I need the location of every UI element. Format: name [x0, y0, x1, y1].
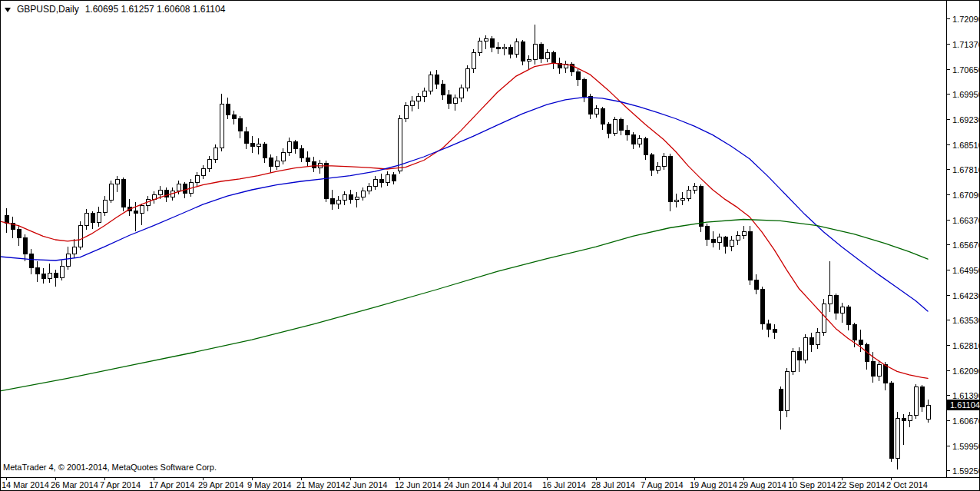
price-tick-label: 1.67810 [952, 165, 980, 174]
candle-bear [300, 149, 303, 158]
mt4-chart-window: 1.720901.713701.706501.699501.692301.685… [0, 0, 980, 491]
candle-bull [484, 38, 488, 41]
price-tick-label: 1.59250 [952, 466, 980, 476]
badge-price-label: 1.61104 [950, 400, 980, 410]
candle-bull [60, 266, 64, 277]
candle-bull [828, 295, 832, 304]
candle-bear [576, 71, 580, 80]
candle-bear [754, 280, 758, 289]
candle-bull [214, 148, 217, 160]
time-axis[interactable]: 14 Mar 201426 Mar 20147 Apr 201417 Apr 2… [0, 477, 980, 489]
candle-bull [201, 169, 205, 176]
date-tick-label: 17 Apr 2014 [149, 480, 194, 489]
price-tick-label: 1.59950 [952, 442, 980, 451]
candle-bull [594, 109, 598, 114]
candle-bull [533, 45, 537, 60]
candle-bear [521, 42, 525, 61]
candle-bull [840, 307, 844, 313]
candle-bull [656, 167, 660, 171]
date-tick-label: 26 Mar 2014 [51, 480, 98, 489]
candle-bear [250, 143, 254, 147]
price-tick-label: 1.72090 [952, 15, 980, 24]
candle-bear [496, 47, 500, 49]
candle-bear [650, 154, 654, 170]
candle-bull [459, 88, 463, 98]
date-tick-label: 29 Apr 2014 [198, 480, 243, 489]
candle-bull [281, 153, 285, 161]
date-tick-label: 2 Oct 2014 [886, 480, 928, 489]
candle-bull [177, 184, 180, 191]
candle-bear [871, 361, 875, 377]
price-tick-label: 1.66370 [952, 216, 980, 225]
candle-bull [674, 201, 678, 202]
candle-bull [367, 186, 371, 191]
date-tick-label: 4 Jul 2014 [493, 480, 532, 489]
date-tick-label: 7 Apr 2014 [100, 480, 141, 489]
candle-bear [244, 131, 248, 143]
candle-bull [877, 365, 881, 377]
candle-bull [687, 190, 690, 198]
candle-bull [478, 41, 482, 52]
candle-bear [779, 390, 783, 410]
candle-bear [306, 158, 310, 162]
candle-bear [121, 179, 125, 207]
price-tick-label: 1.60670 [952, 416, 980, 426]
candle-bear [760, 289, 764, 324]
price-tick-label: 1.68510 [952, 141, 980, 150]
date-tick-label: 9 May 2014 [247, 480, 291, 489]
candle-bear [902, 419, 906, 421]
candles[interactable] [5, 25, 930, 469]
candle-bear [859, 340, 862, 345]
candle-bull [822, 304, 826, 332]
candle-bear [293, 142, 297, 149]
candle-bear [766, 324, 770, 330]
candle-bull [545, 52, 549, 58]
candle-bear [601, 109, 604, 124]
ma-fast-line [0, 63, 928, 378]
symbol-period-label: GBPUSD,Daily [17, 4, 79, 15]
candle-bear [447, 95, 451, 103]
candle-bear [54, 274, 58, 278]
candle-bear [539, 45, 543, 58]
candle-bear [723, 237, 727, 246]
candle-bull [410, 101, 414, 105]
price-chart[interactable]: 1.720901.713701.706501.699501.692301.685… [0, 0, 980, 491]
date-tick-label: 10 Sep 2014 [788, 480, 836, 489]
candle-bull [803, 337, 807, 360]
price-tick-label: 1.63530 [952, 316, 980, 325]
candle-bear [29, 254, 33, 267]
date-tick-label: 29 Aug 2014 [739, 480, 786, 489]
candle-bull [730, 241, 733, 246]
candle-bull [908, 415, 912, 420]
candle-bull [422, 91, 426, 96]
candle-bear [705, 227, 709, 240]
candle-bull [72, 247, 76, 254]
candle-bear [490, 38, 494, 47]
candle-bear [699, 186, 703, 226]
candle-bull [742, 232, 746, 236]
candle-bull [207, 160, 211, 169]
price-tick-label: 1.61390 [952, 391, 980, 400]
candle-bull [373, 179, 377, 186]
price-tick-label: 1.69230 [952, 115, 980, 124]
candle-bear [238, 118, 242, 131]
candle-bull [472, 52, 475, 69]
last-price-badge: 1.61104 [947, 400, 980, 410]
date-tick-label: 16 Jul 2014 [542, 480, 586, 489]
candle-bear [183, 184, 187, 194]
candle-bull [613, 119, 617, 133]
candle-bear [668, 156, 672, 202]
candle-bear [797, 352, 801, 360]
platform-credit: MetaTrader 4, © 2001-2014, MetaQuotes So… [3, 463, 217, 472]
candle-bull [637, 138, 641, 144]
candle-bear [134, 211, 137, 214]
candle-bull [502, 47, 506, 49]
candle-bull [398, 118, 402, 171]
chart-marker-icon [5, 8, 11, 12]
candle-bear [834, 295, 838, 313]
candle-bull [785, 372, 789, 410]
candle-bull [97, 212, 101, 222]
date-tick-label: 2 Jun 2014 [346, 480, 387, 489]
candle-bull [386, 174, 389, 183]
candle-bear [920, 386, 924, 406]
